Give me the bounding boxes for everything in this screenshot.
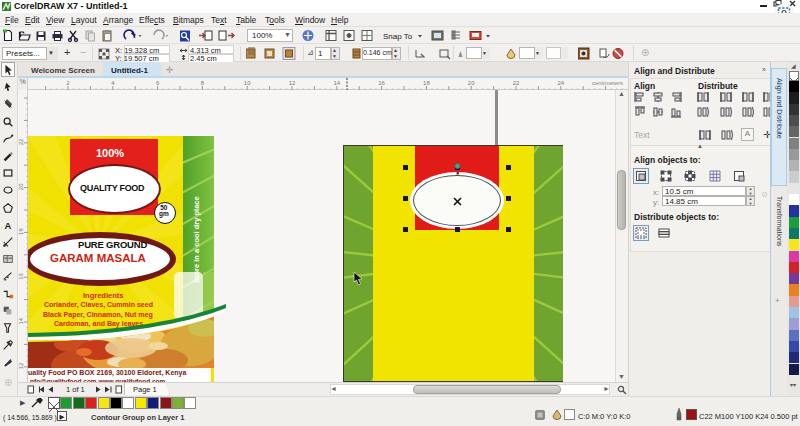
svg-text:8: 8 [201, 80, 205, 86]
svg-text:6: 6 [156, 80, 160, 86]
svg-text:12: 12 [18, 362, 24, 369]
svg-text:20: 20 [468, 80, 475, 86]
svg-text:24: 24 [557, 80, 564, 86]
svg-text:22: 22 [513, 80, 520, 86]
svg-text:Snap To: Snap To [383, 32, 413, 41]
svg-text:10: 10 [244, 80, 251, 86]
svg-text:18: 18 [18, 228, 24, 235]
svg-text:16: 16 [378, 80, 385, 86]
svg-text:4: 4 [111, 80, 115, 86]
svg-text:14: 14 [18, 317, 24, 324]
svg-text:20: 20 [18, 183, 24, 190]
svg-text:18: 18 [423, 80, 430, 86]
svg-text:16: 16 [18, 272, 24, 279]
svg-text:12: 12 [289, 80, 296, 86]
svg-text:A: A [5, 220, 12, 231]
svg-text:2: 2 [66, 80, 70, 86]
svg-text:14: 14 [333, 80, 340, 86]
svg-text:22: 22 [18, 138, 24, 145]
